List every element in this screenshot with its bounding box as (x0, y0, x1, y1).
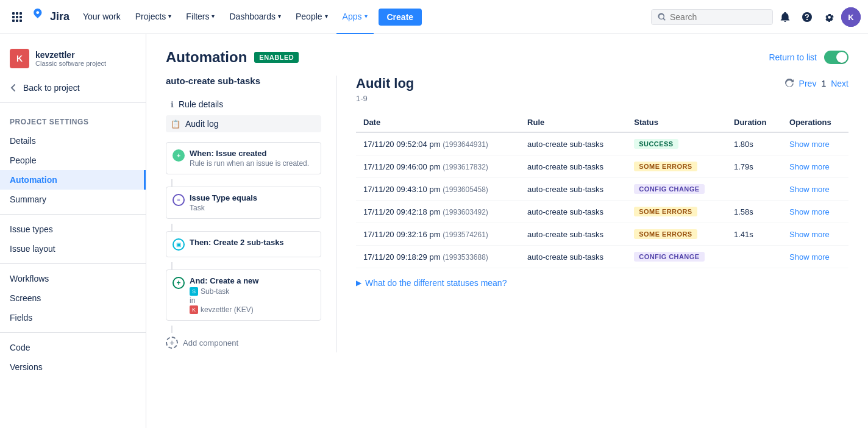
pagination-prev[interactable]: Prev (799, 79, 817, 88)
row-date-id: (1993605458) (443, 185, 488, 194)
search-box[interactable] (651, 9, 773, 25)
sidebar-item-issue-layout[interactable]: Issue layout (0, 239, 146, 259)
row-rule: auto-create sub-tasks (527, 252, 603, 262)
chevron-down-icon: ▾ (168, 13, 171, 20)
step-condition-title: Issue Type equals (190, 193, 257, 202)
col-rule: Rule (520, 113, 627, 132)
nav-item-your-work[interactable]: Your work (77, 0, 127, 34)
show-more-link[interactable]: Show more (789, 252, 830, 262)
help-button[interactable] (797, 7, 817, 27)
project-icon: K (10, 49, 29, 68)
chevron-down-icon: ▾ (212, 13, 215, 20)
row-date: 17/11/20 09:42:18 pm (363, 207, 441, 216)
step-action2-subtitle1: Sub-task (201, 287, 229, 296)
step-action2-in: in (190, 296, 258, 305)
search-icon (658, 13, 666, 21)
status-badge: SUCCESS (634, 139, 678, 149)
step-action2-project: kevzettler (KEV) (201, 305, 254, 314)
rule-step-action1[interactable]: ▣ Then: Create 2 sub-tasks (166, 231, 321, 257)
row-rule: auto-create sub-tasks (527, 185, 603, 194)
sidebar-item-summary[interactable]: Summary (0, 190, 146, 209)
audit-range: 1-9 (356, 94, 848, 103)
back-icon (10, 84, 18, 92)
rule-step-condition[interactable]: ≡ Issue Type equals Task (166, 187, 321, 219)
row-date-id: (1993533688) (443, 253, 488, 262)
rule-step-trigger[interactable]: + When: Issue created Rule is run when a… (166, 142, 321, 174)
settings-button[interactable] (819, 7, 839, 27)
audit-log-title: Audit log (356, 76, 414, 91)
rule-step-action2[interactable]: + And: Create a new S Sub-task in K kevz… (166, 269, 321, 321)
return-to-list-link[interactable]: Return to list (769, 52, 817, 62)
sidebar-item-issue-types[interactable]: Issue types (0, 219, 146, 239)
row-duration: 1.80s (734, 140, 753, 149)
rule-nav-details[interactable]: ℹ Rule details (166, 96, 321, 113)
audit-table: Date Rule Status Duration Operations 17/… (356, 113, 848, 268)
step-action1-title: Then: Create 2 sub-tasks (190, 238, 284, 247)
row-date: 17/11/20 09:43:10 pm (363, 185, 441, 194)
show-more-link[interactable]: Show more (789, 207, 830, 216)
show-more-link[interactable]: Show more (789, 230, 830, 239)
top-nav: Jira Your work Projects ▾ Filters ▾ Dash… (0, 0, 868, 34)
chevron-down-icon: ▾ (278, 13, 281, 20)
nav-item-apps[interactable]: Apps ▾ (336, 0, 374, 34)
logo-text: Jira (50, 10, 69, 23)
app-layout: K kevzettler Classic software project Ba… (0, 34, 868, 428)
svg-rect-1 (16, 12, 18, 15)
table-row: 17/11/20 09:46:00 pm (1993617832) auto-c… (356, 155, 848, 178)
project-settings-label: Project settings (0, 108, 146, 131)
step-trigger-title: When: Issue created (190, 149, 309, 158)
table-row: 17/11/20 09:18:29 pm (1993533688) auto-c… (356, 246, 848, 268)
nav-item-people[interactable]: People ▾ (290, 0, 334, 34)
add-component[interactable]: + Add component (166, 333, 321, 352)
sidebar-item-workflows[interactable]: Workflows (0, 269, 146, 288)
sidebar-item-people[interactable]: People (0, 151, 146, 170)
step-condition-subtitle: Task (190, 204, 257, 212)
show-more-link[interactable]: Show more (789, 185, 830, 194)
status-help[interactable]: ▶ What do the different statuses mean? (356, 278, 848, 288)
nav-item-dashboards[interactable]: Dashboards ▾ (223, 0, 287, 34)
nav-item-projects[interactable]: Projects ▾ (129, 0, 178, 34)
notifications-button[interactable] (775, 7, 795, 27)
row-rule: auto-create sub-tasks (527, 162, 603, 171)
svg-text:K: K (848, 13, 854, 22)
sidebar-item-automation[interactable]: Automation (0, 170, 146, 190)
sidebar-project: K kevzettler Classic software project (0, 44, 146, 78)
toggle-switch[interactable] (824, 51, 848, 64)
sidebar: K kevzettler Classic software project Ba… (0, 34, 146, 428)
row-date: 17/11/20 09:18:29 pm (363, 252, 441, 262)
sidebar-item-screens[interactable]: Screens (0, 288, 146, 308)
back-to-project[interactable]: Back to project (0, 78, 146, 98)
status-badge: CONFIG CHANGE (634, 184, 704, 194)
create-button[interactable]: Create (379, 9, 422, 26)
show-more-link[interactable]: Show more (789, 140, 830, 149)
col-duration: Duration (727, 113, 782, 132)
show-more-link[interactable]: Show more (789, 162, 830, 171)
search-input[interactable] (670, 12, 755, 22)
col-date: Date (356, 113, 520, 132)
row-date-id: (1993603492) (443, 208, 488, 216)
pagination-next[interactable]: Next (831, 79, 848, 88)
refresh-icon[interactable] (784, 79, 794, 88)
grid-icon[interactable] (7, 7, 27, 27)
row-duration: 1.79s (734, 162, 753, 171)
row-rule: auto-create sub-tasks (527, 207, 603, 216)
table-row: 17/11/20 09:43:10 pm (1993605458) auto-c… (356, 178, 848, 201)
svg-rect-8 (20, 20, 22, 22)
row-rule: auto-create sub-tasks (527, 230, 603, 239)
row-date-id: (1993574261) (443, 230, 488, 239)
sidebar-item-code[interactable]: Code (0, 338, 146, 357)
info-icon: ℹ (171, 100, 174, 109)
avatar[interactable]: K (841, 7, 861, 27)
status-badge: SOME ERRORS (634, 207, 697, 216)
main-content: Automation ENABLED Return to list auto-c… (146, 34, 868, 428)
sidebar-item-details[interactable]: Details (0, 131, 146, 151)
rule-panel: auto-create sub-tasks ℹ Rule details 📋 A… (166, 76, 336, 352)
nav-logo[interactable]: Jira (29, 9, 69, 26)
step-action2-title: And: Create a new (190, 276, 258, 285)
nav-item-filters[interactable]: Filters ▾ (180, 0, 221, 34)
sidebar-item-versions[interactable]: Versions (0, 357, 146, 377)
rule-nav-audit-log[interactable]: 📋 Audit log (166, 115, 321, 132)
row-duration: 1.58s (734, 207, 753, 216)
sidebar-item-fields[interactable]: Fields (0, 308, 146, 327)
svg-rect-7 (16, 20, 18, 22)
